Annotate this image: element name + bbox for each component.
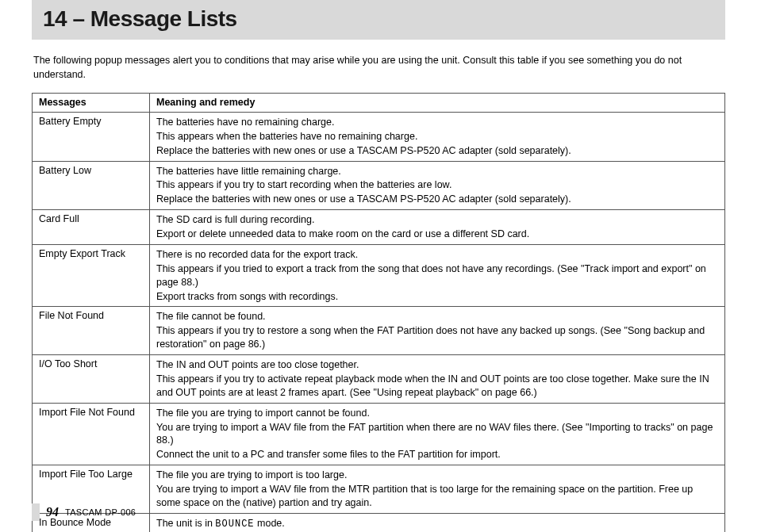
table-row: File Not FoundThe file cannot be found.T… bbox=[33, 307, 725, 355]
meaning-line: Replace the batteries with new ones or u… bbox=[156, 193, 720, 206]
table-header-meaning: Meaning and remedy bbox=[150, 94, 725, 113]
meaning-line: This appears if you try to activate repe… bbox=[156, 373, 720, 400]
message-name-cell: Battery Empty bbox=[33, 112, 150, 161]
table-header-row: Messages Meaning and remedy bbox=[33, 94, 725, 113]
meaning-line: This appears if you tried to export a tr… bbox=[156, 262, 720, 289]
meaning-line: You are trying to import a WAV file from… bbox=[156, 483, 720, 510]
meaning-cell: The SD card is full during recording.Exp… bbox=[150, 210, 725, 245]
meaning-line: Replace the batteries with new ones or u… bbox=[156, 144, 720, 158]
meaning-line: Export or delete unneeded data to make r… bbox=[156, 228, 720, 241]
message-name-cell: File Not Found bbox=[33, 307, 150, 355]
meaning-cell: There is no recorded data for the export… bbox=[150, 244, 725, 307]
meaning-line: The SD card is full during recording. bbox=[156, 213, 720, 227]
table-row: Battery LowThe batteries have little rem… bbox=[33, 161, 725, 210]
table-row: Import File Not FoundThe file you are tr… bbox=[33, 403, 725, 465]
table-row: Card FullThe SD card is full during reco… bbox=[33, 210, 725, 245]
page-number: 94 bbox=[46, 505, 59, 519]
meaning-line: The unit is in BOUNCE mode. bbox=[156, 517, 720, 530]
meaning-line: Connect the unit to a PC and transfer so… bbox=[156, 448, 720, 461]
meaning-cell: The file cannot be found.This appears if… bbox=[150, 307, 725, 355]
meaning-line: This appears when the batteries have no … bbox=[156, 130, 720, 144]
message-name-cell: Card Full bbox=[33, 210, 150, 245]
meaning-cell: The file you are trying to import is too… bbox=[150, 465, 725, 514]
page-title: 14 – Message Lists bbox=[43, 6, 714, 32]
message-name-cell: Battery Low bbox=[33, 161, 150, 210]
table-row: Import File Too LargeThe file you are tr… bbox=[33, 465, 725, 514]
footer-accent-bar bbox=[32, 503, 40, 521]
table-row: Battery EmptyThe batteries have no remai… bbox=[33, 112, 725, 161]
meaning-line: There is no recorded data for the export… bbox=[156, 248, 720, 262]
meaning-line: The file you are trying to import is too… bbox=[156, 469, 720, 482]
message-name-cell: Import File Not Found bbox=[33, 403, 150, 465]
meaning-line: You are trying to import a WAV file from… bbox=[156, 421, 720, 448]
meaning-cell: The file you are trying to import cannot… bbox=[150, 403, 725, 465]
meaning-line: The IN and OUT points are too close toge… bbox=[156, 358, 720, 372]
meaning-line: The batteries have no remaining charge. bbox=[156, 116, 720, 129]
meaning-cell: The IN and OUT points are too close toge… bbox=[150, 355, 725, 404]
table-row: I/O Too ShortThe IN and OUT points are t… bbox=[33, 355, 725, 404]
page-footer: 94 TASCAM DP-006 bbox=[32, 503, 136, 521]
meaning-cell: The batteries have little remaining char… bbox=[150, 161, 725, 210]
meaning-line: Export tracks from songs with recordings… bbox=[156, 290, 720, 304]
meaning-line: The batteries have little remaining char… bbox=[156, 165, 720, 178]
meaning-cell: The unit is in BOUNCE mode.You tried to … bbox=[150, 513, 725, 532]
message-name-cell: Empty Export Track bbox=[33, 244, 150, 307]
intro-paragraph: The following popup messages alert you t… bbox=[33, 54, 724, 82]
table-row: Empty Export TrackThere is no recorded d… bbox=[33, 244, 725, 307]
message-name-cell: I/O Too Short bbox=[33, 355, 150, 404]
product-model: TASCAM DP-006 bbox=[65, 507, 136, 517]
meaning-line: The file cannot be found. bbox=[156, 310, 720, 323]
message-table: Messages Meaning and remedy Battery Empt… bbox=[32, 93, 725, 532]
meaning-line: The file you are trying to import cannot… bbox=[156, 407, 720, 420]
table-header-messages: Messages bbox=[33, 94, 150, 113]
meaning-line: This appears if you try to start recordi… bbox=[156, 178, 720, 192]
header-bar: 14 – Message Lists bbox=[32, 0, 725, 40]
table-row: In Bounce ModeThe unit is in BOUNCE mode… bbox=[33, 513, 725, 532]
meaning-line: This appears if you try to restore a son… bbox=[156, 324, 720, 351]
meaning-cell: The batteries have no remaining charge.T… bbox=[150, 112, 725, 161]
